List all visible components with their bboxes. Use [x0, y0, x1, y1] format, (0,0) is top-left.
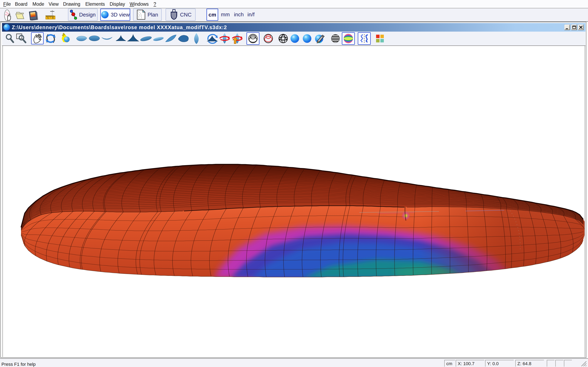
svg-text:1: 1 — [47, 17, 49, 19]
svg-text:0: 0 — [52, 17, 53, 19]
